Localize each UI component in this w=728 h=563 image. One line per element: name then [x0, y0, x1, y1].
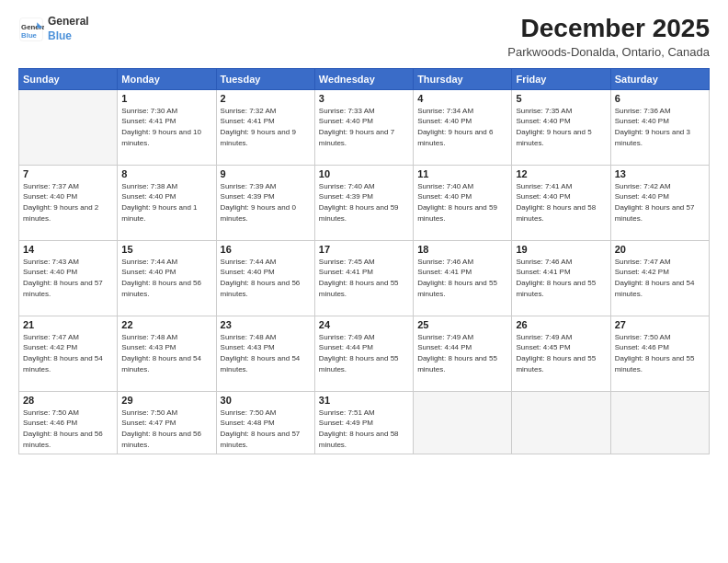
day-info: Sunrise: 7:32 AMSunset: 4:41 PMDaylight:… — [221, 106, 311, 148]
sunrise-label: Sunrise: 7:47 AM — [615, 258, 671, 266]
sunset-label: Sunset: 4:44 PM — [417, 343, 472, 351]
calendar-cell: 31Sunrise: 7:51 AMSunset: 4:49 PMDayligh… — [314, 391, 413, 454]
day-info: Sunrise: 7:48 AMSunset: 4:43 PMDaylight:… — [221, 332, 311, 374]
day-info: Sunrise: 7:45 AMSunset: 4:41 PMDaylight:… — [319, 257, 409, 299]
weekday-header-row: SundayMondayTuesdayWednesdayThursdayFrid… — [19, 68, 710, 89]
sunrise-label: Sunrise: 7:50 AM — [23, 408, 79, 417]
sunrise-label: Sunrise: 7:50 AM — [615, 333, 671, 341]
weekday-header-sunday: Sunday — [19, 68, 118, 89]
weekday-header-friday: Friday — [512, 68, 610, 89]
sunrise-label: Sunrise: 7:44 AM — [121, 258, 177, 266]
sunrise-label: Sunrise: 7:37 AM — [23, 182, 79, 190]
calendar-cell: 12Sunrise: 7:41 AMSunset: 4:40 PMDayligh… — [512, 165, 610, 240]
week-row-3: 14Sunrise: 7:43 AMSunset: 4:40 PMDayligh… — [19, 240, 710, 316]
day-info: Sunrise: 7:50 AMSunset: 4:48 PMDaylight:… — [221, 408, 311, 450]
sunrise-label: Sunrise: 7:33 AM — [319, 107, 375, 115]
daylight-label: Daylight: 8 hours and 54 minutes. — [615, 279, 695, 298]
daylight-label: Daylight: 9 hours and 10 minutes. — [121, 128, 201, 147]
day-info: Sunrise: 7:49 AMSunset: 4:44 PMDaylight:… — [417, 332, 507, 374]
day-number: 18 — [417, 244, 507, 255]
sunset-label: Sunset: 4:43 PM — [121, 343, 176, 351]
sunset-label: Sunset: 4:40 PM — [23, 268, 77, 276]
day-info: Sunrise: 7:30 AMSunset: 4:41 PMDaylight:… — [121, 106, 211, 148]
day-info: Sunrise: 7:47 AMSunset: 4:42 PMDaylight:… — [615, 257, 705, 299]
daylight-label: Daylight: 8 hours and 57 minutes. — [221, 430, 301, 449]
week-row-1: 1Sunrise: 7:30 AMSunset: 4:41 PMDaylight… — [19, 89, 710, 165]
location: Parkwoods-Donalda, Ontario, Canada — [507, 45, 710, 59]
day-number: 14 — [23, 244, 113, 255]
daylight-label: Daylight: 8 hours and 58 minutes. — [319, 430, 399, 449]
day-number: 29 — [121, 395, 211, 406]
sunset-label: Sunset: 4:40 PM — [417, 117, 472, 125]
day-number: 30 — [221, 395, 311, 406]
sunrise-label: Sunrise: 7:42 AM — [615, 182, 671, 190]
calendar-cell: 4Sunrise: 7:34 AMSunset: 4:40 PMDaylight… — [414, 89, 512, 165]
weekday-header-wednesday: Wednesday — [314, 68, 413, 89]
sunrise-label: Sunrise: 7:36 AM — [615, 107, 671, 115]
sunrise-label: Sunrise: 7:39 AM — [221, 182, 277, 190]
week-row-4: 21Sunrise: 7:47 AMSunset: 4:42 PMDayligh… — [19, 316, 710, 391]
header: General Blue General Blue December 2025 … — [18, 15, 710, 59]
calendar-cell: 22Sunrise: 7:48 AMSunset: 4:43 PMDayligh… — [118, 316, 216, 391]
sunrise-label: Sunrise: 7:49 AM — [516, 333, 572, 341]
day-number: 13 — [615, 168, 705, 179]
calendar-cell — [512, 391, 610, 454]
sunset-label: Sunset: 4:42 PM — [23, 343, 77, 351]
day-info: Sunrise: 7:36 AMSunset: 4:40 PMDaylight:… — [615, 106, 705, 148]
month-title: December 2025 — [507, 15, 710, 43]
sunrise-label: Sunrise: 7:44 AM — [221, 258, 277, 266]
calendar-cell: 16Sunrise: 7:44 AMSunset: 4:40 PMDayligh… — [216, 240, 314, 316]
calendar-cell: 8Sunrise: 7:38 AMSunset: 4:40 PMDaylight… — [118, 165, 216, 240]
day-number: 22 — [121, 319, 211, 330]
day-number: 7 — [23, 168, 113, 179]
sunset-label: Sunset: 4:46 PM — [23, 419, 77, 427]
day-info: Sunrise: 7:50 AMSunset: 4:46 PMDaylight:… — [23, 408, 113, 450]
sunset-label: Sunset: 4:40 PM — [417, 192, 472, 201]
sunrise-label: Sunrise: 7:32 AM — [221, 107, 277, 115]
day-number: 16 — [221, 244, 311, 255]
calendar-cell: 17Sunrise: 7:45 AMSunset: 4:41 PMDayligh… — [314, 240, 413, 316]
day-number: 10 — [319, 168, 409, 179]
sunset-label: Sunset: 4:39 PM — [319, 192, 373, 201]
sunrise-label: Sunrise: 7:50 AM — [221, 408, 277, 417]
daylight-label: Daylight: 9 hours and 9 minutes. — [221, 128, 296, 147]
calendar-cell: 3Sunrise: 7:33 AMSunset: 4:40 PMDaylight… — [314, 89, 413, 165]
day-number: 25 — [417, 319, 507, 330]
calendar-cell: 14Sunrise: 7:43 AMSunset: 4:40 PMDayligh… — [19, 240, 118, 316]
sunrise-label: Sunrise: 7:35 AM — [516, 107, 572, 115]
sunset-label: Sunset: 4:47 PM — [121, 419, 176, 427]
daylight-label: Daylight: 8 hours and 55 minutes. — [417, 279, 497, 298]
day-info: Sunrise: 7:51 AMSunset: 4:49 PMDaylight:… — [319, 408, 409, 450]
calendar-cell: 20Sunrise: 7:47 AMSunset: 4:42 PMDayligh… — [610, 240, 709, 316]
sunrise-label: Sunrise: 7:40 AM — [319, 182, 375, 190]
sunrise-label: Sunrise: 7:48 AM — [221, 333, 277, 341]
logo: General Blue General Blue — [18, 15, 89, 43]
day-number: 2 — [221, 93, 311, 104]
sunset-label: Sunset: 4:49 PM — [319, 419, 373, 427]
sunrise-label: Sunrise: 7:47 AM — [23, 333, 79, 341]
day-number: 3 — [319, 93, 409, 104]
day-info: Sunrise: 7:44 AMSunset: 4:40 PMDaylight:… — [221, 257, 311, 299]
day-info: Sunrise: 7:50 AMSunset: 4:46 PMDaylight:… — [615, 332, 705, 374]
sunset-label: Sunset: 4:40 PM — [615, 192, 669, 201]
sunset-label: Sunset: 4:39 PM — [221, 192, 275, 201]
daylight-label: Daylight: 8 hours and 55 minutes. — [516, 279, 596, 298]
daylight-label: Daylight: 9 hours and 3 minutes. — [615, 128, 690, 147]
weekday-header-monday: Monday — [118, 68, 216, 89]
day-info: Sunrise: 7:44 AMSunset: 4:40 PMDaylight:… — [121, 257, 211, 299]
week-row-2: 7Sunrise: 7:37 AMSunset: 4:40 PMDaylight… — [19, 165, 710, 240]
day-number: 19 — [516, 244, 606, 255]
sunset-label: Sunset: 4:41 PM — [516, 268, 570, 276]
day-info: Sunrise: 7:48 AMSunset: 4:43 PMDaylight:… — [121, 332, 211, 374]
calendar-cell: 30Sunrise: 7:50 AMSunset: 4:48 PMDayligh… — [216, 391, 314, 454]
sunrise-label: Sunrise: 7:38 AM — [121, 182, 177, 190]
day-number: 21 — [23, 319, 113, 330]
daylight-label: Daylight: 9 hours and 7 minutes. — [319, 128, 394, 147]
daylight-label: Daylight: 8 hours and 56 minutes. — [121, 430, 201, 449]
calendar-cell — [19, 89, 118, 165]
sunrise-label: Sunrise: 7:41 AM — [516, 182, 572, 190]
day-info: Sunrise: 7:39 AMSunset: 4:39 PMDaylight:… — [221, 181, 311, 224]
daylight-label: Daylight: 8 hours and 56 minutes. — [221, 279, 301, 298]
sunrise-label: Sunrise: 7:51 AM — [319, 408, 375, 417]
calendar-cell: 21Sunrise: 7:47 AMSunset: 4:42 PMDayligh… — [19, 316, 118, 391]
